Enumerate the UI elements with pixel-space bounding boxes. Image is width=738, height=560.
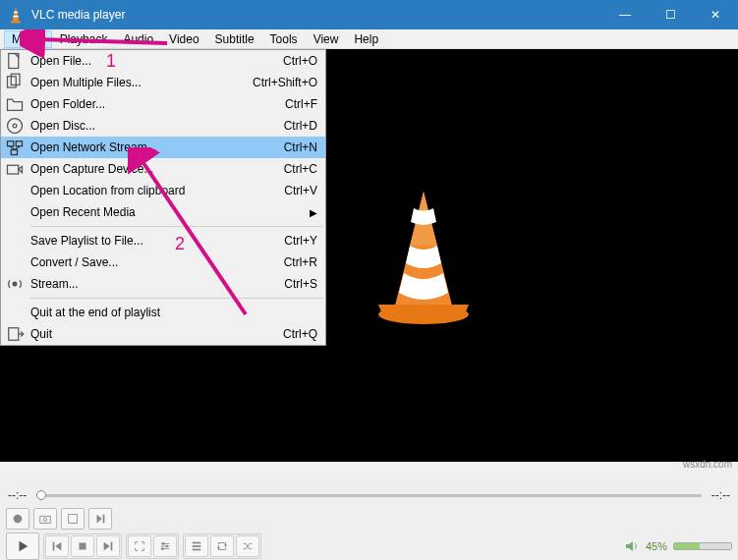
menu-bar: Media Playback Audio Video Subtitle Tool… xyxy=(0,29,738,49)
svg-marker-35 xyxy=(55,542,61,551)
menu-subtitle[interactable]: Subtitle xyxy=(207,30,262,48)
svg-marker-31 xyxy=(97,515,102,524)
svg-point-11 xyxy=(8,119,23,134)
shortcut: Ctrl+N xyxy=(284,140,317,154)
shortcut: Ctrl+C xyxy=(284,162,317,176)
svg-marker-0 xyxy=(13,7,20,22)
label: Open Multiple Files... xyxy=(30,76,233,89)
media-dropdown: Open File... Ctrl+O Open Multiple Files.… xyxy=(0,49,326,346)
snapshot-button[interactable] xyxy=(33,508,57,530)
vlc-cone-logo xyxy=(365,187,483,324)
blank-icon xyxy=(5,305,25,320)
menu-quit[interactable]: Quit Ctrl+Q xyxy=(1,323,325,345)
svg-rect-3 xyxy=(11,22,21,24)
svg-point-43 xyxy=(165,545,168,548)
label: Quit at the end of playlist xyxy=(30,306,317,319)
loop-button[interactable] xyxy=(210,535,234,557)
label: Open Recent Media xyxy=(30,205,302,219)
seek-thumb[interactable] xyxy=(36,490,46,500)
extended-button[interactable] xyxy=(153,535,177,557)
svg-rect-28 xyxy=(40,516,51,523)
seek-track xyxy=(36,494,701,497)
view-group xyxy=(126,533,179,559)
menu-open-clipboard[interactable]: Open Location from clipboard Ctrl+V xyxy=(1,180,325,201)
menu-open-disc[interactable]: Open Disc... Ctrl+D xyxy=(1,115,325,137)
time-elapsed: --:-- xyxy=(8,488,27,502)
shortcut: Ctrl+Y xyxy=(284,234,317,248)
menu-stream[interactable]: Stream... Ctrl+S xyxy=(1,273,325,295)
menu-open-file[interactable]: Open File... Ctrl+O xyxy=(1,50,325,72)
stop-button[interactable] xyxy=(71,535,94,557)
svg-rect-32 xyxy=(103,515,105,524)
shortcut: Ctrl+O xyxy=(283,54,317,68)
playlist-button[interactable] xyxy=(185,535,208,557)
label: Quit xyxy=(30,327,263,341)
next-button[interactable] xyxy=(96,535,120,557)
maximize-button[interactable]: ☐ xyxy=(648,0,693,29)
menu-open-folder[interactable]: Open Folder... Ctrl+F xyxy=(1,93,325,115)
disc-icon xyxy=(5,118,25,134)
blank-icon xyxy=(5,183,25,198)
volume-slider[interactable] xyxy=(673,542,732,550)
shortcut: Ctrl+V xyxy=(284,184,317,197)
seek-bar[interactable] xyxy=(36,492,701,498)
svg-rect-21 xyxy=(9,328,19,341)
menu-help[interactable]: Help xyxy=(346,30,386,48)
blank-icon xyxy=(5,254,25,270)
svg-point-12 xyxy=(13,124,17,128)
menu-quit-end-playlist[interactable]: Quit at the end of playlist xyxy=(1,302,325,323)
file-icon xyxy=(5,53,25,69)
label: Open File... xyxy=(30,54,263,68)
volume-control: 45% xyxy=(624,538,732,554)
menu-save-playlist[interactable]: Save Playlist to File... Ctrl+Y xyxy=(1,230,325,252)
svg-marker-33 xyxy=(20,541,28,552)
shortcut: Ctrl+Q xyxy=(283,327,317,341)
shuffle-button[interactable] xyxy=(236,535,259,557)
label: Stream... xyxy=(30,277,264,291)
menu-media[interactable]: Media xyxy=(4,30,52,48)
menu-open-capture[interactable]: Open Capture Device... Ctrl+C xyxy=(1,158,325,180)
folder-icon xyxy=(5,96,25,112)
menu-audio[interactable]: Audio xyxy=(115,30,161,48)
menu-video[interactable]: Video xyxy=(161,30,206,48)
menu-view[interactable]: View xyxy=(306,30,347,48)
menu-tools[interactable]: Tools xyxy=(262,30,306,48)
label: Convert / Save... xyxy=(30,255,264,269)
window-title: VLC media player xyxy=(31,8,602,22)
svg-rect-36 xyxy=(80,543,86,550)
menu-open-recent[interactable]: Open Recent Media ▶ xyxy=(1,201,325,223)
svg-point-29 xyxy=(43,518,47,522)
step-button[interactable] xyxy=(88,508,112,530)
close-button[interactable]: ✕ xyxy=(693,0,738,29)
svg-rect-1 xyxy=(14,12,18,14)
menu-open-multiple[interactable]: Open Multiple Files... Ctrl+Shift+O xyxy=(1,72,325,93)
svg-rect-2 xyxy=(13,16,18,18)
play-button[interactable] xyxy=(6,532,39,560)
label: Open Network Stream... xyxy=(30,140,264,154)
svg-point-20 xyxy=(13,282,18,287)
label: Open Folder... xyxy=(30,97,265,111)
svg-marker-48 xyxy=(217,547,221,549)
stream-icon xyxy=(5,276,25,292)
speaker-icon[interactable] xyxy=(624,538,640,554)
capture-icon xyxy=(5,161,25,177)
submenu-arrow-icon: ▶ xyxy=(310,207,317,218)
minimize-button[interactable]: — xyxy=(602,0,648,29)
blank-icon xyxy=(5,204,25,220)
frame-button[interactable] xyxy=(61,508,85,530)
title-bar: VLC media player — ☐ ✕ xyxy=(0,0,738,29)
prev-button[interactable] xyxy=(45,535,69,557)
svg-marker-37 xyxy=(104,542,110,551)
quit-icon xyxy=(5,326,25,342)
menu-convert-save[interactable]: Convert / Save... Ctrl+R xyxy=(1,252,325,273)
record-button[interactable] xyxy=(6,508,29,530)
svg-marker-50 xyxy=(626,541,633,551)
svg-rect-15 xyxy=(11,150,17,155)
shortcut: Ctrl+Shift+O xyxy=(253,76,317,89)
fullscreen-button[interactable] xyxy=(128,535,151,557)
shortcut: Ctrl+D xyxy=(284,119,317,133)
svg-rect-18 xyxy=(8,165,19,174)
menu-open-network-stream[interactable]: Open Network Stream... Ctrl+N xyxy=(1,137,325,158)
menu-playback[interactable]: Playback xyxy=(52,30,116,48)
svg-point-27 xyxy=(14,515,23,524)
